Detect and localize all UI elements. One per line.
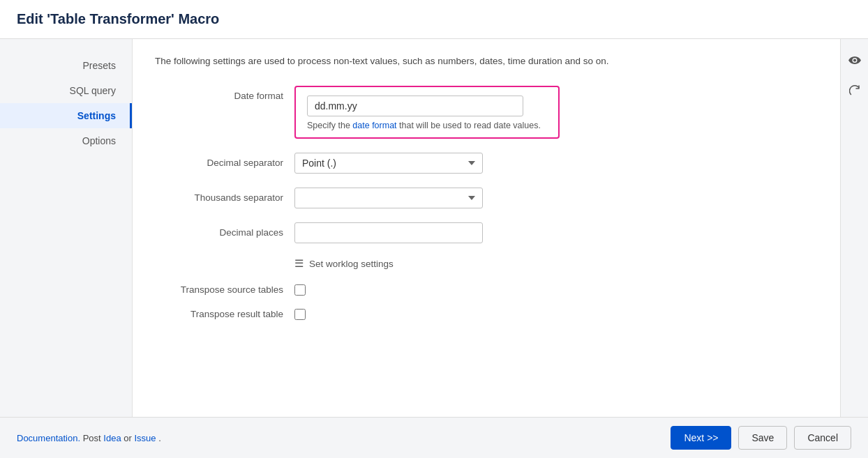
refresh-icon[interactable] [844,81,865,102]
date-format-hint-suffix: that will be used to read date values. [397,121,541,130]
date-format-highlight-group: Specify the date format that will be use… [294,86,560,139]
documentation-link[interactable]: Documentation. [17,433,80,443]
right-panel [840,39,868,417]
transpose-source-checkbox[interactable] [294,284,306,296]
description-text: The following settings are used to proce… [155,56,678,66]
decimal-places-row: Decimal places [155,222,643,243]
main-layout: Presets SQL query Settings Options The f… [0,39,868,417]
sidebar-item-presets[interactable]: Presets [0,53,132,78]
transpose-result-label: Transpose result table [155,308,294,321]
footer-links: Documentation. Post Idea or Issue . [17,433,161,443]
decimal-places-input[interactable] [294,222,483,243]
decimal-separator-select[interactable]: Point (.) Comma (,) Space [294,153,483,174]
idea-link[interactable]: Idea [103,433,121,443]
sidebar: Presets SQL query Settings Options [0,39,133,417]
date-format-hint: Specify the date format that will be use… [307,121,547,130]
sidebar-item-settings[interactable]: Settings [0,103,132,128]
footer-buttons: Next >> Save Cancel [671,426,851,450]
decimal-separator-control-wrap: Point (.) Comma (,) Space [294,153,643,174]
page-title: Edit 'Table Transformer' Macro [17,11,851,27]
transpose-result-row: Transpose result table [155,308,643,321]
thousands-separator-row: Thousands separator Point (.) Comma (,) … [155,188,643,208]
next-button[interactable]: Next >> [671,426,731,450]
sidebar-item-options[interactable]: Options [0,128,132,153]
footer-or-text: or [124,433,134,443]
footer-period: . [158,433,161,443]
decimal-separator-label: Decimal separator [155,153,294,168]
worklog-icon: ☰ [294,257,304,270]
date-format-link[interactable]: date format [352,121,396,130]
transpose-result-checkbox[interactable] [294,309,306,320]
page-header: Edit 'Table Transformer' Macro [0,0,868,39]
date-format-control-wrap: Specify the date format that will be use… [294,86,643,139]
thousands-separator-select[interactable]: Point (.) Comma (,) Space [294,188,483,208]
cancel-button[interactable]: Cancel [794,426,851,450]
worklog-settings-link[interactable]: Set worklog settings [309,259,394,269]
eye-icon[interactable] [844,50,865,71]
decimal-separator-row: Decimal separator Point (.) Comma (,) Sp… [155,153,643,174]
transpose-source-label: Transpose source tables [155,284,294,297]
worklog-settings-row: ☰ Set worklog settings [294,257,643,270]
save-button[interactable]: Save [738,426,787,450]
date-format-label: Date format [155,86,294,101]
transpose-source-row: Transpose source tables [155,284,643,297]
date-format-row: Date format Specify the date format that… [155,86,643,139]
issue-link[interactable]: Issue [134,433,156,443]
thousands-separator-label: Thousands separator [155,188,294,203]
date-format-input[interactable] [307,96,523,116]
decimal-places-control-wrap [294,222,643,243]
footer-post-text: Post [83,433,104,443]
footer: Documentation. Post Idea or Issue . Next… [0,417,868,458]
date-format-hint-prefix: Specify the [307,121,352,130]
thousands-separator-control-wrap: Point (.) Comma (,) Space [294,188,643,208]
decimal-places-label: Decimal places [155,222,294,238]
content-area: The following settings are used to proce… [133,39,840,417]
sidebar-item-sql-query[interactable]: SQL query [0,78,132,103]
